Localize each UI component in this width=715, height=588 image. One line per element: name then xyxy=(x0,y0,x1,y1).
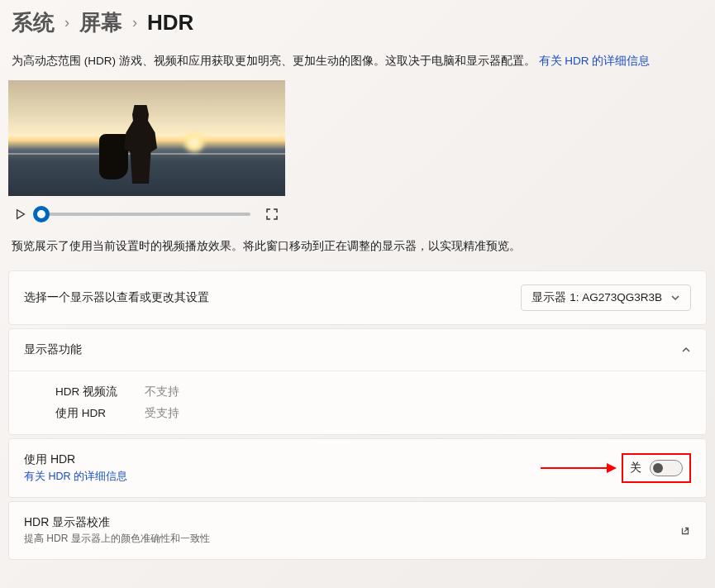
chevron-right-icon: › xyxy=(132,14,137,31)
capability-label: 使用 HDR xyxy=(55,406,122,421)
preview-container xyxy=(8,80,707,227)
play-icon[interactable] xyxy=(15,208,26,220)
capabilities-card: 显示器功能 HDR 视频流 不支持 使用 HDR 受支持 xyxy=(8,328,707,435)
display-dropdown[interactable]: 显示器 1: AG273QG3R3B xyxy=(521,284,691,311)
chevron-up-icon xyxy=(681,345,691,355)
calibration-card[interactable]: HDR 显示器校准 提高 HDR 显示器上的颜色准确性和一致性 xyxy=(8,501,707,560)
use-hdr-title: 使用 HDR xyxy=(24,452,127,467)
breadcrumb: 系统 › 屏幕 › HDR xyxy=(8,8,707,37)
toggle-knob xyxy=(653,463,663,473)
capability-label: HDR 视频流 xyxy=(55,385,122,399)
capabilities-title: 显示器功能 xyxy=(24,342,82,357)
capability-value: 受支持 xyxy=(145,406,179,421)
hdr-info-link[interactable]: 有关 HDR 的详细信息 xyxy=(539,55,651,67)
dropdown-selected: 显示器 1: AG273QG3R3B xyxy=(531,290,662,305)
use-hdr-link[interactable]: 有关 HDR 的详细信息 xyxy=(24,470,127,484)
toggle-state-label: 关 xyxy=(630,461,641,476)
progress-slider[interactable] xyxy=(41,213,250,216)
breadcrumb-system[interactable]: 系统 xyxy=(12,8,55,37)
annotation-arrow xyxy=(541,467,615,469)
chevron-right-icon: › xyxy=(64,14,69,31)
annotation-highlight: 关 xyxy=(622,453,691,483)
description-text: 为高动态范围 (HDR) 游戏、视频和应用获取更加明亮、更加生动的图像。这取决于… xyxy=(12,55,536,67)
page-description: 为高动态范围 (HDR) 游戏、视频和应用获取更加明亮、更加生动的图像。这取决于… xyxy=(8,54,707,69)
capability-row: 使用 HDR 受支持 xyxy=(55,406,691,421)
breadcrumb-current: HDR xyxy=(147,10,193,36)
open-external-icon[interactable] xyxy=(679,525,691,537)
display-selector-label: 选择一个显示器以查看或更改其设置 xyxy=(24,290,209,305)
calibration-title: HDR 显示器校准 xyxy=(24,515,210,530)
preview-video-thumbnail xyxy=(8,80,285,196)
video-controls xyxy=(8,196,285,227)
capability-value: 不支持 xyxy=(145,385,179,399)
chevron-down-icon xyxy=(670,293,680,303)
fullscreen-icon[interactable] xyxy=(265,208,279,221)
capabilities-list: HDR 视频流 不支持 使用 HDR 受支持 xyxy=(9,370,706,434)
use-hdr-card: 使用 HDR 有关 HDR 的详细信息 关 xyxy=(8,438,707,498)
display-selector-card: 选择一个显示器以查看或更改其设置 显示器 1: AG273QG3R3B xyxy=(8,270,707,325)
use-hdr-toggle[interactable] xyxy=(650,460,683,476)
capabilities-header[interactable]: 显示器功能 xyxy=(9,329,706,370)
slider-thumb[interactable] xyxy=(33,206,50,222)
calibration-subtitle: 提高 HDR 显示器上的颜色准确性和一致性 xyxy=(24,532,210,546)
capability-row: HDR 视频流 不支持 xyxy=(55,385,691,399)
preview-description: 预览展示了使用当前设置时的视频播放效果。将此窗口移动到正在调整的显示器，以实现精… xyxy=(8,239,707,254)
breadcrumb-display[interactable]: 屏幕 xyxy=(79,8,122,37)
